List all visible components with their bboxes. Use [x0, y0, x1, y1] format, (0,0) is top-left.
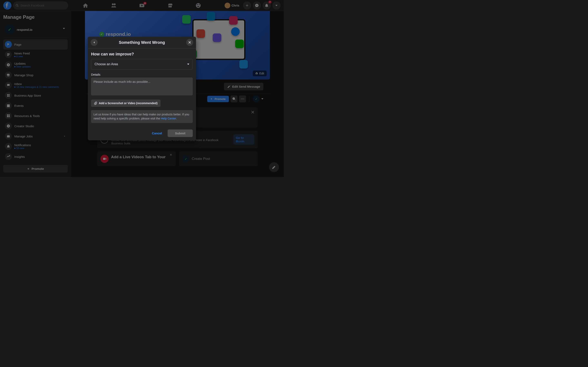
modal-footer: Cancel Submit [88, 126, 196, 140]
area-select[interactable]: Choose an Area [91, 59, 193, 69]
details-label: Details [91, 73, 193, 76]
attachment-icon [94, 101, 97, 105]
arrow-left-icon [92, 41, 96, 44]
cancel-button[interactable]: Cancel [148, 129, 166, 137]
attach-button[interactable]: Add a Screenshot or Video (recommended) [91, 100, 160, 107]
modal-title: Something Went Wrong [119, 40, 165, 45]
close-button[interactable] [186, 39, 193, 46]
attach-label: Add a Screenshot or Video (recommended) [99, 101, 158, 105]
modal-header: Something Went Wrong [88, 37, 196, 49]
caret-down-icon [187, 64, 189, 65]
feedback-modal: Something Went Wrong How can we improve?… [88, 37, 196, 140]
details-textarea[interactable] [91, 77, 193, 95]
select-placeholder: Choose an Area [95, 62, 118, 66]
help-center-link[interactable]: Help Center [161, 117, 176, 120]
back-button[interactable] [91, 39, 98, 46]
info-box: Let us know if you have ideas that can h… [91, 110, 193, 123]
modal-body: How can we improve? Choose an Area Detai… [88, 49, 196, 126]
submit-button[interactable]: Submit [168, 129, 193, 137]
modal-question: How can we improve? [91, 52, 193, 57]
modal-overlay[interactable]: Something Went Wrong How can we improve?… [0, 0, 284, 177]
close-icon [188, 41, 191, 44]
